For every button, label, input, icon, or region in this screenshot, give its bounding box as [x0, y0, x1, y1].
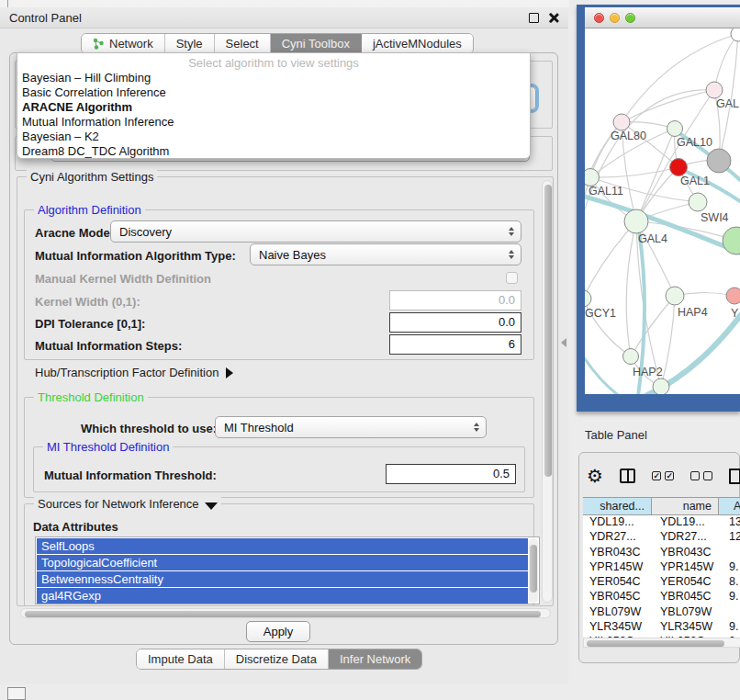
tab-discretize-data[interactable]: Discretize Data	[225, 649, 329, 669]
node-biggreen[interactable]	[723, 227, 740, 254]
settings-horizontal-scrollbar-thumb[interactable]	[25, 611, 541, 617]
close-traffic-light-icon[interactable]	[594, 13, 604, 23]
listbox-scrollbar-thumb[interactable]	[530, 545, 537, 593]
table-row[interactable]: YPR145WYPR145W9.	[583, 560, 740, 575]
node-gal4[interactable]	[624, 209, 648, 233]
dpi-tolerance-field[interactable]: 0.0	[389, 312, 521, 333]
settings-vertical-scrollbar-thumb[interactable]	[544, 185, 552, 477]
node-gray[interactable]	[707, 149, 731, 173]
attribute-item-gal4rgexp[interactable]: gal4RGexp	[37, 588, 528, 604]
tab-network[interactable]: Network	[82, 34, 165, 53]
tab-style[interactable]: Style	[165, 34, 215, 53]
tab-infer-network[interactable]: Infer Network	[329, 649, 421, 669]
which-threshold-combobox[interactable]: MI Threshold	[215, 416, 487, 438]
deselect-all-columns-icon[interactable]	[690, 471, 712, 480]
table-row[interactable]: YDR27...YDR27...12	[583, 530, 740, 545]
node-gcy1[interactable]	[585, 290, 591, 307]
attribute-item-betweennesscentrality[interactable]: BetweennessCentrality	[37, 571, 528, 587]
node-gal4-label: GAL4	[638, 232, 667, 245]
node-gal11[interactable]	[585, 169, 600, 186]
aracne-mode-combobox[interactable]: Discovery	[110, 220, 521, 243]
data-attributes-listbox[interactable]: SelfLoops TopologicalCoefficient Between…	[35, 536, 540, 604]
dropdown-item-basic-correlation[interactable]: Basic Correlation Inference	[17, 85, 530, 100]
hub-definition-label: Hub/Transcription Factor Definition	[35, 366, 219, 379]
node-salmon-label: Y	[731, 307, 739, 320]
mi-threshold-field[interactable]: 0.5	[386, 464, 516, 484]
aracne-mode-value: Discovery	[119, 225, 172, 239]
table-row[interactable]: YDL19...YDL19...13	[583, 515, 740, 530]
which-threshold-label: Which threshold to use:	[81, 422, 217, 435]
split-view-icon[interactable]	[620, 469, 635, 483]
gear-icon[interactable]: ⚙	[587, 467, 603, 485]
node-gal80-label: GAL80	[611, 130, 646, 142]
node-gal80[interactable]	[613, 114, 630, 130]
dropdown-item-aracne[interactable]: ARACNE Algorithm	[17, 100, 530, 115]
attribute-item-topologicalcoefficient[interactable]: TopologicalCoefficient	[37, 555, 528, 570]
hub-definition-expander[interactable]: Hub/Transcription Factor Definition	[35, 366, 233, 379]
select-all-columns-icon[interactable]: ✓✓	[652, 471, 674, 480]
panel-divider-handle[interactable]	[561, 338, 566, 347]
app-root: Control Panel Network Style Select Cyni …	[0, 0, 740, 700]
node-gal1[interactable]	[670, 159, 688, 176]
close-icon[interactable]	[547, 12, 559, 24]
network-canvas[interactable]: GALGAL80GAL10GAL1GAL11SWI4GAL4GCY1HAP4YH…	[585, 28, 740, 394]
algorithm-definition-title: Algorithm Definition	[34, 203, 145, 217]
zoom-traffic-light-icon[interactable]	[625, 13, 635, 23]
export-table-icon[interactable]	[729, 469, 740, 484]
kernel-width-field[interactable]: 0.0	[389, 290, 521, 310]
listbox-vertical-scrollbar[interactable]	[529, 538, 538, 604]
settings-vertical-scrollbar[interactable]	[542, 180, 553, 603]
column-header-name[interactable]: name	[652, 498, 719, 514]
table-horizontal-scrollbar[interactable]	[583, 638, 740, 648]
attribute-item-selfloops[interactable]: SelfLoops	[37, 538, 528, 554]
node-gal[interactable]	[706, 82, 723, 98]
dropdown-item-dream8[interactable]: Dream8 DC_TDC Algorithm	[17, 144, 530, 159]
node-gal10[interactable]	[667, 121, 683, 137]
network-window-titlebar[interactable]	[585, 7, 740, 28]
mi-steps-field[interactable]: 6	[389, 334, 521, 355]
network-graph: GALGAL80GAL10GAL1GAL11SWI4GAL4GCY1HAP4YH…	[585, 28, 740, 394]
cell-value	[723, 546, 740, 560]
control-panel-tabbar: Network Style Select Cyni Toolbox jActiv…	[81, 33, 474, 54]
minimize-traffic-light-icon[interactable]	[610, 13, 620, 23]
tab-jactivemnodules[interactable]: jActiveMNodules	[362, 34, 473, 53]
network-edge	[631, 296, 675, 356]
node-top[interactable]	[731, 28, 740, 41]
node-bottom[interactable]	[653, 378, 669, 394]
dropdown-item-mutual-information[interactable]: Mutual Information Inference	[17, 115, 530, 130]
node-hap4[interactable]	[666, 287, 684, 305]
network-edge	[622, 90, 714, 122]
cell-value: 9.	[723, 560, 740, 575]
mi-algorithm-type-combobox[interactable]: Naive Bayes	[250, 243, 521, 265]
tab-select[interactable]: Select	[215, 34, 271, 53]
dropdown-item-bayesian-k2[interactable]: Bayesian – K2	[17, 130, 530, 144]
table-row[interactable]: YBR043CYBR043C	[583, 546, 740, 560]
network-edge	[636, 129, 675, 221]
column-header-partial[interactable]: A	[719, 498, 740, 514]
table-row[interactable]: YBR045CYBR045C9.	[583, 590, 740, 604]
table-panel: ⚙ ✓✓ shared... name A YDL19...YDL19...13…	[578, 452, 740, 663]
tab-network-label: Network	[109, 37, 153, 51]
node-hap4-label: HAP4	[678, 306, 708, 319]
tab-cyni-toolbox[interactable]: Cyni Toolbox	[271, 34, 362, 53]
float-window-icon[interactable]	[529, 13, 539, 23]
settings-horizontal-scrollbar[interactable]	[20, 608, 551, 618]
cell-shared-name: YBL079W	[583, 605, 654, 620]
node-salmon[interactable]	[726, 288, 740, 304]
table-row[interactable]: YLR345WYLR345W9.	[583, 620, 740, 635]
dropdown-item-bayesian-hill-climbing[interactable]: Bayesian – Hill Climbing	[17, 71, 530, 85]
table-row[interactable]: YER054CYER054C8.	[583, 575, 740, 590]
cell-shared-name: YDL19...	[583, 515, 654, 530]
mi-threshold-definition-title: MI Threshold Definition	[43, 440, 173, 454]
table-horizontal-scrollbar-thumb[interactable]	[587, 640, 724, 647]
collapsed-panel-icon[interactable]	[7, 687, 26, 700]
node-swi4[interactable]	[689, 193, 707, 211]
apply-button[interactable]: Apply	[246, 621, 310, 642]
node-hap2[interactable]	[623, 349, 639, 365]
manual-kernel-width-checkbox[interactable]	[506, 272, 518, 284]
tab-jactivemnodules-label: jActiveMNodules	[373, 37, 462, 51]
table-row[interactable]: YBL079WYBL079W	[583, 605, 740, 620]
column-header-shared-name[interactable]: shared...	[583, 498, 652, 514]
tab-impute-data[interactable]: Impute Data	[137, 649, 225, 669]
sources-title-row[interactable]: Sources for Network Inference	[34, 497, 221, 511]
